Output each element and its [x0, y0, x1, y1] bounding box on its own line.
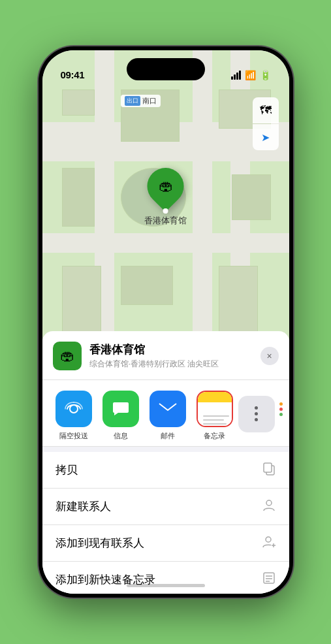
dynamic-island — [127, 58, 205, 80]
map-entrance-label: 出口 南口 — [121, 95, 161, 107]
home-indicator — [127, 584, 205, 587]
status-icons: 📶 🔋 — [231, 70, 271, 80]
new-contact-label: 新建联系人 — [55, 499, 111, 514]
dot-green — [279, 413, 283, 416]
notes-label: 备忘录 — [204, 431, 225, 441]
more-dots-icon — [255, 406, 258, 421]
pin-dot — [163, 208, 168, 214]
map-building — [62, 168, 95, 227]
notes-line — [203, 423, 227, 425]
close-button[interactable]: × — [260, 347, 279, 365]
dot3 — [255, 418, 258, 421]
venue-info: 香港体育馆 综合体育馆·香港特别行政区 油尖旺区 — [89, 342, 260, 370]
phone-frame: 09:41 📶 🔋 — [39, 46, 293, 598]
venue-card: 🏟 香港体育馆 综合体育馆·香港特别行政区 油尖旺区 × — [42, 331, 289, 380]
more-peek — [272, 391, 289, 427]
wifi-icon: 📶 — [245, 70, 256, 80]
svg-rect-3 — [264, 463, 272, 472]
airdrop-label: 隔空投送 — [59, 431, 88, 441]
svg-point-4 — [266, 500, 272, 506]
dot-red — [279, 408, 283, 411]
share-row-container: 隔空投送 信息 — [42, 380, 289, 447]
share-item-mail[interactable]: 邮件 — [144, 391, 191, 441]
venue-name: 香港体育馆 — [89, 342, 260, 357]
south-entrance-text: 南口 — [142, 96, 157, 106]
share-item-airdrop[interactable]: 隔空投送 — [50, 391, 97, 441]
signal-bars-icon — [231, 71, 241, 80]
quick-note-icon — [262, 571, 276, 588]
svg-rect-1 — [159, 402, 176, 416]
more-peek-dots — [279, 402, 283, 416]
mail-icon — [150, 391, 186, 427]
action-new-contact[interactable]: 新建联系人 — [42, 489, 289, 525]
add-contact-icon — [262, 534, 276, 552]
notes-line — [203, 419, 224, 421]
message-label: 信息 — [114, 431, 128, 441]
share-item-more[interactable] — [238, 396, 275, 436]
venue-logo: 🏟 — [53, 342, 82, 370]
bottom-sheet: 🏟 香港体育馆 综合体育馆·香港特别行政区 油尖旺区 × — [42, 331, 289, 594]
share-item-message[interactable]: 信息 — [97, 391, 144, 441]
action-copy[interactable]: 拷贝 — [42, 452, 289, 489]
dot2 — [255, 412, 258, 415]
dot1 — [255, 406, 258, 410]
location-button[interactable]: ➤ — [253, 124, 279, 150]
stadium-icon: 🏟 — [159, 178, 173, 195]
notes-icon — [198, 392, 233, 427]
airdrop-icon — [55, 391, 92, 427]
action-add-to-contact[interactable]: 添加到现有联系人 — [42, 525, 289, 562]
copy-icon — [262, 461, 276, 479]
copy-label: 拷贝 — [55, 462, 78, 477]
message-icon — [102, 391, 139, 427]
more-icon — [238, 396, 275, 432]
map-building — [62, 89, 95, 116]
venue-subtitle: 综合体育馆·香港特别行政区 油尖旺区 — [89, 359, 260, 370]
phone-screen: 09:41 📶 🔋 — [42, 50, 289, 594]
pin-icon-container: 🏟 — [140, 160, 191, 212]
map-building — [232, 174, 271, 220]
map-road — [193, 50, 212, 351]
new-contact-icon — [262, 498, 276, 515]
mail-label: 邮件 — [161, 431, 175, 441]
dot-orange — [279, 402, 283, 406]
location-pin: 🏟 香港体育馆 — [144, 168, 187, 227]
map-road — [42, 233, 289, 253]
add-to-contact-label: 添加到现有联系人 — [55, 536, 144, 551]
map-area: 出口 南口 🏟 香港体育馆 🗺 ➤ — [42, 50, 289, 351]
share-item-notes[interactable]: 备忘录 — [191, 391, 238, 441]
venue-logo-icon: 🏟 — [60, 347, 74, 364]
status-time: 09:41 — [61, 69, 85, 80]
notes-icon-wrapper — [197, 391, 233, 427]
map-btn-group: 🗺 ➤ — [253, 97, 279, 150]
pin-label: 香港体育馆 — [144, 215, 187, 227]
exit-tag: 出口 — [125, 96, 140, 106]
action-list: 拷贝 新建联系人 — [42, 452, 289, 594]
battery-icon: 🔋 — [260, 70, 271, 80]
svg-point-5 — [266, 537, 271, 542]
share-actions-row: 隔空投送 信息 — [42, 380, 289, 446]
action-quick-note[interactable]: 添加到新快速备忘录 — [42, 562, 289, 594]
svg-point-0 — [70, 405, 78, 413]
map-building — [121, 266, 173, 305]
map-type-button[interactable]: 🗺 — [253, 97, 279, 123]
notes-line — [203, 415, 229, 417]
